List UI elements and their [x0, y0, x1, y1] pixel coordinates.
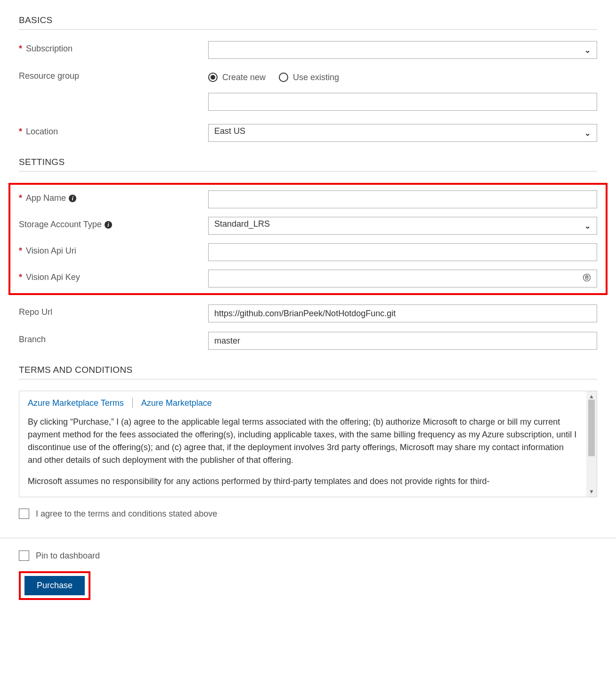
checkbox-icon[interactable]	[19, 509, 29, 519]
app-name-input[interactable]	[208, 190, 597, 208]
row-branch: Branch	[19, 332, 597, 350]
section-title-settings: SETTINGS	[19, 157, 597, 167]
radio-label: Create new	[222, 73, 266, 82]
radio-icon	[279, 73, 288, 82]
label-repo-url: Repo Url	[19, 304, 208, 317]
terms-links: Azure Marketplace Terms Azure Marketplac…	[28, 398, 578, 408]
required-asterisk: *	[19, 272, 22, 282]
label-app-name: * App Name i	[19, 190, 208, 203]
required-asterisk: *	[19, 44, 22, 54]
label-text: Vision Api Key	[26, 272, 80, 282]
row-subscription: * Subscription ⌄	[19, 41, 597, 59]
label-vision-key: * Vision Api Key	[19, 270, 208, 282]
pin-label: Pin to dashboard	[36, 551, 100, 561]
label-text: Location	[26, 127, 58, 137]
subscription-select[interactable]: ⌄	[208, 41, 597, 59]
radio-icon	[208, 73, 218, 82]
section-title-basics: BASICS	[19, 15, 597, 25]
link-marketplace[interactable]: Azure Marketplace	[141, 398, 212, 408]
row-resource-group: Resource group Create new Use existing	[19, 68, 597, 111]
scrollbar[interactable]: ▲ ▼	[586, 391, 597, 497]
divider	[19, 171, 597, 172]
divider	[0, 538, 616, 538]
required-asterisk: *	[19, 127, 22, 137]
vision-uri-input[interactable]	[208, 243, 597, 261]
location-value: East US	[214, 126, 245, 136]
row-storage-type: Storage Account Type i Standard_LRS ⌄	[19, 217, 597, 235]
label-text: Subscription	[26, 44, 73, 54]
agree-label: I agree to the terms and conditions stat…	[36, 509, 217, 519]
divider	[19, 379, 597, 379]
label-text: Repo Url	[19, 307, 52, 317]
scroll-down-icon[interactable]: ▼	[589, 486, 594, 497]
radio-label: Use existing	[293, 73, 339, 82]
purchase-button[interactable]: Purchase	[24, 576, 85, 595]
radio-use-existing[interactable]: Use existing	[279, 73, 339, 82]
row-vision-uri: * Vision Api Uri	[19, 243, 597, 261]
divider	[19, 29, 597, 30]
link-marketplace-terms[interactable]: Azure Marketplace Terms	[28, 398, 124, 408]
agree-checkbox-row[interactable]: I agree to the terms and conditions stat…	[19, 509, 597, 519]
terms-box: Azure Marketplace Terms Azure Marketplac…	[19, 391, 597, 497]
label-subscription: * Subscription	[19, 41, 208, 54]
terms-content: Azure Marketplace Terms Azure Marketplac…	[19, 391, 586, 497]
radio-create-new[interactable]: Create new	[208, 73, 266, 82]
repo-url-input[interactable]	[208, 304, 597, 322]
location-select[interactable]: East US ⌄	[208, 124, 597, 142]
settings-highlight: * App Name i Storage Account Type i Stan…	[8, 183, 608, 295]
label-location: * Location	[19, 124, 208, 137]
label-branch: Branch	[19, 332, 208, 345]
scroll-thumb[interactable]	[588, 400, 595, 456]
vision-key-input[interactable]	[208, 270, 597, 288]
label-storage-type: Storage Account Type i	[19, 217, 208, 230]
section-title-terms: TERMS AND CONDITIONS	[19, 365, 597, 375]
label-text: App Name	[26, 193, 66, 203]
checkbox-icon[interactable]	[19, 550, 29, 561]
row-app-name: * App Name i	[19, 190, 597, 208]
label-text: Branch	[19, 335, 46, 345]
label-text: Vision Api Uri	[26, 246, 76, 256]
terms-paragraph-1: By clicking “Purchase,” I (a) agree to t…	[28, 416, 578, 467]
pin-checkbox-row[interactable]: Pin to dashboard	[19, 550, 597, 561]
label-resource-group: Resource group	[19, 68, 208, 81]
terms-paragraph-2: Microsoft assumes no responsibility for …	[28, 475, 578, 488]
purchase-highlight: Purchase	[19, 571, 90, 600]
resource-group-input[interactable]	[208, 93, 597, 111]
row-repo-url: Repo Url	[19, 304, 597, 322]
required-asterisk: *	[19, 193, 22, 203]
required-asterisk: *	[19, 246, 22, 256]
info-icon[interactable]: i	[105, 221, 112, 229]
label-text: Storage Account Type	[19, 220, 102, 230]
row-vision-key: * Vision Api Key	[19, 270, 597, 288]
storage-type-value: Standard_LRS	[214, 219, 270, 229]
label-vision-uri: * Vision Api Uri	[19, 243, 208, 256]
info-icon[interactable]: i	[69, 195, 76, 202]
storage-type-select[interactable]: Standard_LRS ⌄	[208, 217, 597, 235]
row-location: * Location East US ⌄	[19, 124, 597, 142]
label-text: Resource group	[19, 71, 79, 81]
link-divider	[132, 398, 133, 408]
resource-group-radio-group: Create new Use existing	[208, 68, 597, 86]
branch-input[interactable]	[208, 332, 597, 350]
